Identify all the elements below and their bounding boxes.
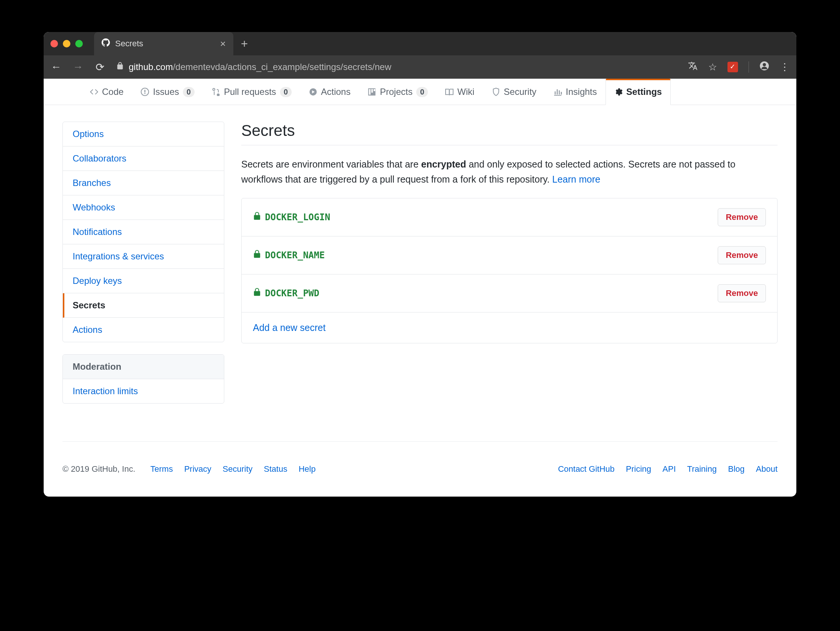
sidebar-item-branches[interactable]: Branches bbox=[63, 171, 224, 195]
url-host: github.com bbox=[129, 62, 173, 72]
sidebar-item-webhooks[interactable]: Webhooks bbox=[63, 195, 224, 220]
page-content: Options Collaborators Branches Webhooks … bbox=[44, 105, 796, 411]
browser-address-bar: ← → ⟳ github.com/dementevda/actions_ci_e… bbox=[44, 55, 796, 79]
sidebar-item-secrets[interactable]: Secrets bbox=[63, 293, 224, 318]
footer-link-training[interactable]: Training bbox=[687, 464, 717, 474]
play-icon bbox=[309, 88, 317, 96]
sidebar-item-collaborators[interactable]: Collaborators bbox=[63, 147, 224, 171]
tab-title: Secrets bbox=[115, 39, 144, 49]
footer-link-privacy[interactable]: Privacy bbox=[184, 464, 211, 474]
tab-pull-requests[interactable]: Pull requests 0 bbox=[203, 79, 300, 105]
secret-name: DOCKER_LOGIN bbox=[253, 212, 330, 223]
tab-settings[interactable]: Settings bbox=[606, 79, 671, 105]
pull-request-icon bbox=[212, 88, 220, 96]
browser-titlebar: Secrets × + bbox=[44, 32, 796, 55]
footer-link-api[interactable]: API bbox=[662, 464, 676, 474]
page-description: Secrets are environment variables that a… bbox=[241, 157, 777, 187]
remove-button[interactable]: Remove bbox=[718, 208, 766, 226]
reload-button[interactable]: ⟳ bbox=[94, 61, 105, 73]
profile-icon[interactable] bbox=[759, 61, 769, 73]
extension-icon[interactable] bbox=[728, 62, 738, 72]
new-tab-button[interactable]: + bbox=[241, 37, 248, 51]
pulls-count: 0 bbox=[280, 87, 292, 97]
footer-link-about[interactable]: About bbox=[756, 464, 778, 474]
sidebar-item-actions[interactable]: Actions bbox=[63, 318, 224, 342]
remove-button[interactable]: Remove bbox=[718, 246, 766, 264]
tab-issues[interactable]: Issues 0 bbox=[132, 79, 203, 105]
separator bbox=[748, 62, 749, 73]
projects-count: 0 bbox=[416, 87, 428, 97]
sidebar-item-options[interactable]: Options bbox=[63, 122, 224, 147]
sidebar-item-deploy-keys[interactable]: Deploy keys bbox=[63, 269, 224, 293]
window-maximize-button[interactable] bbox=[75, 40, 83, 47]
url-field[interactable]: github.com/dementevda/actions_ci_example… bbox=[116, 62, 677, 72]
browser-menu-icon[interactable]: ⋮ bbox=[780, 62, 789, 73]
lock-icon bbox=[253, 288, 261, 299]
tab-insights[interactable]: Insights bbox=[545, 79, 606, 105]
back-button[interactable]: ← bbox=[51, 61, 62, 73]
secret-row: DOCKER_LOGIN Remove bbox=[242, 198, 777, 236]
window-minimize-button[interactable] bbox=[63, 40, 70, 47]
footer-link-pricing[interactable]: Pricing bbox=[626, 464, 651, 474]
tab-security[interactable]: Security bbox=[483, 79, 545, 105]
traffic-lights bbox=[51, 40, 83, 47]
footer-link-security[interactable]: Security bbox=[223, 464, 253, 474]
add-secret-link[interactable]: Add a new secret bbox=[242, 313, 777, 343]
secret-name: DOCKER_NAME bbox=[253, 250, 325, 261]
sidebar-item-interaction-limits[interactable]: Interaction limits bbox=[63, 379, 224, 403]
tab-actions[interactable]: Actions bbox=[300, 79, 359, 105]
tab-code[interactable]: Code bbox=[81, 79, 132, 105]
issue-icon bbox=[141, 88, 149, 96]
lock-icon bbox=[253, 212, 261, 223]
browser-tab[interactable]: Secrets × bbox=[94, 32, 233, 55]
translate-icon[interactable] bbox=[688, 61, 698, 73]
settings-menu: Options Collaborators Branches Webhooks … bbox=[63, 122, 224, 342]
forward-button[interactable]: → bbox=[72, 61, 84, 73]
svg-point-1 bbox=[763, 63, 766, 66]
bookmark-star-icon[interactable]: ☆ bbox=[708, 62, 717, 73]
secrets-list: DOCKER_LOGIN Remove DOCKER_NAME Remove D… bbox=[241, 198, 777, 343]
tab-wiki[interactable]: Wiki bbox=[437, 79, 483, 105]
footer-link-contact[interactable]: Contact GitHub bbox=[558, 464, 614, 474]
page-title: Secrets bbox=[241, 122, 777, 145]
footer-link-terms[interactable]: Terms bbox=[150, 464, 173, 474]
book-icon bbox=[445, 88, 453, 96]
main-content: Secrets Secrets are environment variable… bbox=[241, 122, 777, 403]
gear-icon bbox=[614, 88, 622, 96]
lock-icon bbox=[253, 250, 261, 261]
address-bar-right: ☆ ⋮ bbox=[688, 61, 789, 73]
remove-button[interactable]: Remove bbox=[718, 284, 766, 302]
github-favicon bbox=[102, 38, 110, 49]
window-close-button[interactable] bbox=[51, 40, 58, 47]
footer-link-help[interactable]: Help bbox=[298, 464, 315, 474]
copyright: © 2019 GitHub, Inc. bbox=[63, 464, 136, 474]
footer-link-blog[interactable]: Blog bbox=[728, 464, 744, 474]
project-icon bbox=[368, 88, 376, 96]
learn-more-link[interactable]: Learn more bbox=[552, 174, 600, 185]
footer-right-links: Contact GitHub Pricing API Training Blog… bbox=[558, 464, 777, 474]
footer-left-links: Terms Privacy Security Status Help bbox=[150, 464, 316, 474]
moderation-menu: Moderation Interaction limits bbox=[63, 354, 224, 403]
secret-name: DOCKER_PWD bbox=[253, 288, 319, 299]
graph-icon bbox=[554, 88, 562, 96]
issues-count: 0 bbox=[183, 87, 194, 97]
sidebar-item-notifications[interactable]: Notifications bbox=[63, 220, 224, 244]
secret-row: DOCKER_NAME Remove bbox=[242, 236, 777, 274]
repo-nav: Code Issues 0 Pull requests 0 Actions Pr… bbox=[44, 79, 796, 105]
secret-row: DOCKER_PWD Remove bbox=[242, 274, 777, 313]
sidebar-item-integrations[interactable]: Integrations & services bbox=[63, 244, 224, 269]
tab-projects[interactable]: Projects 0 bbox=[359, 79, 437, 105]
settings-sidebar: Options Collaborators Branches Webhooks … bbox=[63, 122, 224, 403]
lock-icon bbox=[116, 62, 124, 72]
url-path: /dementevda/actions_ci_example/settings/… bbox=[173, 62, 391, 72]
shield-icon bbox=[492, 88, 500, 96]
browser-window: Secrets × + ← → ⟳ github.com/dementevda/… bbox=[44, 32, 796, 497]
footer-link-status[interactable]: Status bbox=[264, 464, 287, 474]
code-icon bbox=[90, 88, 98, 96]
moderation-header: Moderation bbox=[63, 355, 224, 379]
tab-close-button[interactable]: × bbox=[220, 38, 226, 50]
footer: © 2019 GitHub, Inc. Terms Privacy Securi… bbox=[63, 441, 777, 497]
